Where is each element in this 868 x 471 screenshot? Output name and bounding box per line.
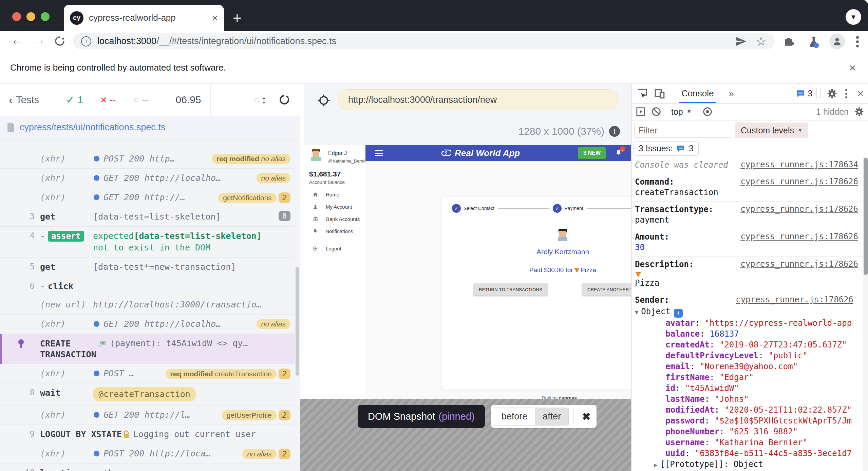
filter-input[interactable]: Filter [634,123,731,138]
command-message-text: [data-test*=new-transaction] [93,261,236,273]
bookmark-star-icon[interactable]: ☆ [756,35,767,48]
show-console-sidebar-icon[interactable] [636,107,646,117]
restart-tests-icon[interactable] [278,94,290,106]
svg-text:$: $ [445,151,447,155]
after-button[interactable]: after [535,408,569,426]
console-messages: Console was clearedcypress_runner.js:178… [631,157,863,471]
new-tab-button[interactable]: + [233,10,242,26]
banner-close-icon[interactable]: × [849,61,856,74]
log-levels-dropdown[interactable]: Custom levels▼ [735,123,808,138]
object-prototype[interactable]: ▶[[Prototype]]: Object [635,459,852,470]
source-link[interactable]: cypress_runner.js:178626 [740,232,863,253]
settings-gear-icon[interactable] [824,88,840,99]
profile-avatar[interactable] [829,34,845,49]
command-row[interactable]: (xhr)GET 200 http://l…getUserProfile2 [0,406,295,425]
viewport-info-icon[interactable]: i [609,126,620,137]
source-link[interactable]: cypress_runner.js:178634 [740,160,863,170]
command-row[interactable]: (xhr)GET 200 http://localho…no alias [0,169,295,188]
spec-file-link[interactable]: cypress/tests/ui/notifications.spec.ts [20,122,165,133]
extensions-puzzle-icon[interactable] [782,35,795,48]
object-property: username: "Katharina_Bernier" [635,437,852,448]
clear-console-icon[interactable] [651,107,661,117]
card-button-create-another[interactable]: CREATE ANOTHER TRANSACTION [582,283,631,296]
command-row[interactable]: (xhr)POST …req modified createTransactio… [0,364,295,383]
object-preview[interactable]: ▼Objecti [635,306,852,318]
back-icon[interactable]: ← [11,33,24,47]
reload-icon[interactable] [54,35,66,47]
row-message: GET 200 http://localho… [93,318,253,330]
reporter-scrollbar-thumb[interactable] [296,267,299,376]
command-row[interactable]: (new url)http://localhost:3000/transacti… [0,295,295,315]
menu-dots-icon[interactable] [856,36,859,48]
console-message[interactable]: Command:createTransactioncypress_runner.… [631,174,863,201]
command-row[interactable]: 6-click [0,277,295,295]
card-button-return[interactable]: RETURN TO TRANSACTIONS [473,283,548,296]
source-link[interactable]: cypress_runner.js:178626 [740,177,863,198]
console-message-count[interactable]: 3 [792,87,817,100]
console-settings-gear-icon[interactable] [854,107,864,117]
failed-stat[interactable]: ×-- [100,94,116,106]
notifications-bell[interactable]: 8 [615,149,622,157]
sidebar-item-notifications[interactable]: Notifications [304,226,365,236]
command-row[interactable]: 9LOGOUT BY XSTATELogging out current use… [0,425,295,444]
devtools-menu-dots-icon[interactable] [840,89,852,99]
passed-stat[interactable]: ✓1 [66,93,83,106]
devtools-close-icon[interactable]: × [852,87,868,100]
pending-stat[interactable]: ○-- [133,94,148,106]
divider [669,88,669,99]
context-selector[interactable]: top▼ [668,107,695,117]
beaker-icon[interactable] [807,35,820,49]
traffic-light-maximize[interactable] [41,12,50,21]
sidebar-item-bank-accounts[interactable]: Bank Accounts [304,214,365,224]
console-message[interactable]: Sender:▼Objectiavatar: "https://cypress-… [631,292,863,471]
tab-search-button[interactable]: ▼ [846,9,861,25]
sidebar-item-home[interactable]: Home [304,189,365,200]
hamburger-menu-icon[interactable] [375,150,383,156]
traffic-light-close[interactable] [12,12,21,21]
console-message[interactable]: Console was clearedcypress_runner.js:178… [631,157,863,174]
viewport-scroll-icon[interactable]: ○↕ [254,94,267,106]
command-row[interactable]: 4-assertexpected [data-test=list-skeleto… [0,227,295,258]
row-message: http://localhost:3000/transactio… [93,299,290,310]
source-link[interactable]: cypress_runner.js:178626 [740,259,863,288]
before-button[interactable]: before [494,408,535,426]
browser-tab[interactable]: cy cypress-realworld-app × [64,5,224,31]
info-badge-icon[interactable]: i [674,309,683,318]
back-to-tests-button[interactable]: ‹ Tests [0,84,48,116]
sidebar-item-my-account[interactable]: My Account [304,202,365,212]
url-bar[interactable]: i localhost:3000/__/#/tests/integration/… [73,33,775,49]
close-tab-icon[interactable]: × [212,13,218,23]
selector-playground-icon[interactable] [317,94,330,107]
source-link[interactable]: cypress_runner.js:178626 [740,204,863,225]
page-info-icon[interactable]: i [81,36,91,46]
new-transaction-button[interactable]: $ NEW [578,147,606,159]
source-link[interactable]: cypress_runner.js:178626 [736,295,858,304]
console-message[interactable]: Transactiontype:paymentcypress_runner.js… [631,201,863,229]
more-tabs-icon[interactable]: » [722,88,740,99]
send-icon[interactable] [735,36,747,47]
assert-message: expected [data-test=list-skeleton] not t… [93,230,290,253]
pinned-command-row[interactable]: CREATE TRANSACTION$(payment): t45AiwidW … [0,334,295,364]
console-message[interactable]: Description: Pizzacypress_runner.js:1786… [631,256,863,292]
devtools-scrollbar-thumb[interactable] [864,158,868,275]
traffic-light-minimize[interactable] [26,12,35,21]
tab-console[interactable]: Console [673,84,722,103]
command-row[interactable]: 10locationpathname [0,464,295,471]
object-property: balance: 168137 [635,328,852,339]
command-row[interactable]: 8wait@createTransaction [0,383,295,406]
aut-url[interactable]: http://localhost:3000/transaction/new [338,89,619,110]
command-row[interactable]: (xhr)POST 200 http://loca…no alias2 [0,444,295,464]
sidebar-item-logout[interactable]: Logout [304,243,365,253]
hidden-messages-label[interactable]: 1 hidden [816,107,849,117]
command-row[interactable]: (xhr)GET 200 http://…getNotifications2 [0,188,295,207]
eye-icon[interactable] [702,107,713,117]
issues-button[interactable]: 3 Issues: 3 [634,141,699,156]
device-toolbar-icon[interactable] [654,88,665,99]
inspect-element-icon[interactable] [636,88,648,99]
command-row[interactable]: (xhr)GET 200 http://localho…no alias [0,315,295,334]
snapshot-close-icon[interactable]: ✖ [579,411,594,422]
command-row[interactable]: (xhr)POST 200 http…req modified no alias [0,149,295,169]
console-message[interactable]: Amount:30cypress_runner.js:178626 [631,229,863,256]
command-row[interactable]: 3get[data-test=list-skeleton]0 [0,207,295,227]
command-row[interactable]: 5get[data-test*=new-transaction] [0,258,295,277]
